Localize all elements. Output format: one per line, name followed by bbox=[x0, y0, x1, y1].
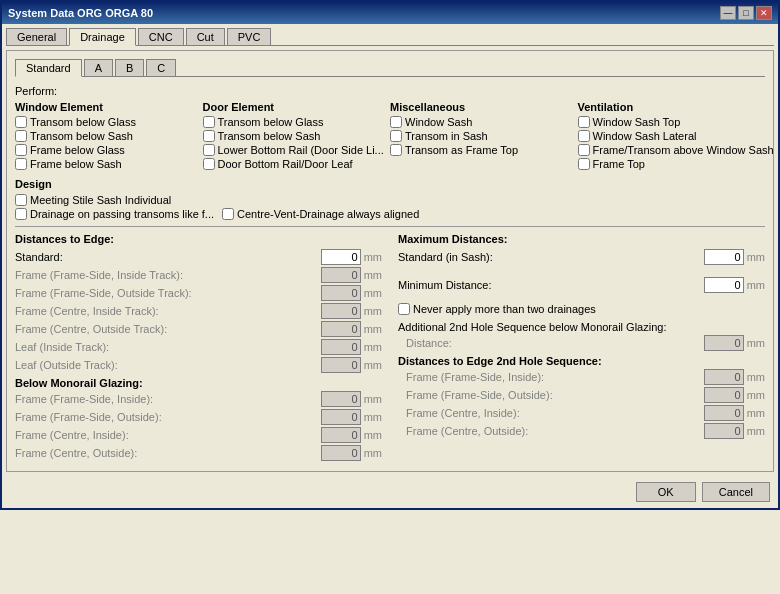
dist-label-bmg-co: Frame (Centre, Outside): bbox=[15, 447, 321, 459]
dist-label-2nd-ci: Frame (Centre, Inside): bbox=[398, 407, 704, 419]
checkbox-frame-below-glass-we[interactable]: Frame below Glass bbox=[15, 144, 203, 156]
tab-cut[interactable]: Cut bbox=[186, 28, 225, 45]
dist-input-frame-c-it[interactable] bbox=[321, 303, 361, 319]
dist-input-standard[interactable] bbox=[321, 249, 361, 265]
subtab-b[interactable]: B bbox=[115, 59, 144, 76]
subtab-a[interactable]: A bbox=[84, 59, 113, 76]
dist-label-leaf-ot: Leaf (Outside Track): bbox=[15, 359, 321, 371]
subtab-standard[interactable]: Standard bbox=[15, 59, 82, 77]
dist-input-frame-c-ot[interactable] bbox=[321, 321, 361, 337]
checkbox-transom-below-sash-de[interactable]: Transom below Sash bbox=[203, 130, 391, 142]
dist-input-bmg-ci[interactable] bbox=[321, 427, 361, 443]
checkbox-drainage-passing[interactable]: Drainage on passing transoms like f... bbox=[15, 208, 214, 220]
ok-button[interactable]: OK bbox=[636, 482, 696, 502]
below-monorail-label: Below Monorail Glazing: bbox=[15, 377, 382, 389]
checkbox-transom-in-sash[interactable]: Transom in Sash bbox=[390, 130, 578, 142]
tab-cnc[interactable]: CNC bbox=[138, 28, 184, 45]
dist-input-max-standard[interactable] bbox=[704, 249, 744, 265]
checkbox-window-sash-top[interactable]: Window Sash Top bbox=[578, 116, 766, 128]
checkbox-input-centre-vent[interactable] bbox=[222, 208, 234, 220]
dist-input-bmg-co[interactable] bbox=[321, 445, 361, 461]
checkbox-window-sash[interactable]: Window Sash bbox=[390, 116, 578, 128]
dialog-window: System Data ORG ORGA 80 — □ ✕ General Dr… bbox=[0, 0, 780, 510]
miscellaneous-section: Miscellaneous Window Sash Transom in Sas… bbox=[390, 101, 578, 172]
dist-row-2nd-distance: Distance: mm bbox=[398, 335, 765, 351]
dist-row-frame-fs-it: Frame (Frame-Side, Inside Track): mm bbox=[15, 267, 382, 283]
checkbox-input-window-sash-lateral[interactable] bbox=[578, 130, 590, 142]
distances-to-edge-header: Distances to Edge: bbox=[15, 233, 382, 245]
checkbox-frame-below-sash-we[interactable]: Frame below Sash bbox=[15, 158, 203, 170]
checkbox-input-window-sash-top[interactable] bbox=[578, 116, 590, 128]
dist-input-min-dist[interactable] bbox=[704, 277, 744, 293]
checkbox-meeting-stile[interactable]: Meeting Stile Sash Individual bbox=[15, 194, 765, 206]
checkbox-input-transom-in-sash[interactable] bbox=[390, 130, 402, 142]
checkbox-centre-vent[interactable]: Centre-Vent-Drainage always aligned bbox=[222, 208, 419, 220]
dist-row-max-standard: Standard (in Sash): mm bbox=[398, 249, 765, 265]
checkbox-input-meeting-stile[interactable] bbox=[15, 194, 27, 206]
checkbox-input-frame-top[interactable] bbox=[578, 158, 590, 170]
checkbox-input-frame-below-sash-we[interactable] bbox=[15, 158, 27, 170]
dist-input-2nd-ci[interactable] bbox=[704, 405, 744, 421]
checkbox-input-frame-transom-above[interactable] bbox=[578, 144, 590, 156]
title-bar: System Data ORG ORGA 80 — □ ✕ bbox=[2, 2, 778, 24]
dist-unit-frame-fs-it: mm bbox=[364, 269, 382, 281]
dist-row-bmg-fso: Frame (Frame-Side, Outside): mm bbox=[15, 409, 382, 425]
checkbox-input-drainage-passing[interactable] bbox=[15, 208, 27, 220]
miscellaneous-header: Miscellaneous bbox=[390, 101, 578, 113]
dist-row-standard: Standard: mm bbox=[15, 249, 382, 265]
checkbox-never-apply[interactable]: Never apply more than two drainages bbox=[398, 303, 765, 315]
checkbox-transom-below-glass-de[interactable]: Transom below Glass bbox=[203, 116, 391, 128]
checkbox-input-transom-below-sash-we[interactable] bbox=[15, 130, 27, 142]
checkbox-frame-top[interactable]: Frame Top bbox=[578, 158, 766, 170]
checkbox-input-frame-below-glass-we[interactable] bbox=[15, 144, 27, 156]
main-tabs: General Drainage CNC Cut PVC bbox=[6, 28, 774, 46]
checkbox-label-centre-vent: Centre-Vent-Drainage always aligned bbox=[237, 208, 419, 220]
dist-input-frame-fs-ot[interactable] bbox=[321, 285, 361, 301]
checkbox-input-transom-as-frame-top[interactable] bbox=[390, 144, 402, 156]
dist-label-frame-c-ot: Frame (Centre, Outside Track): bbox=[15, 323, 321, 335]
checkbox-transom-below-glass-we[interactable]: Transom below Glass bbox=[15, 116, 203, 128]
tab-general[interactable]: General bbox=[6, 28, 67, 45]
checkbox-door-bottom-rail[interactable]: Door Bottom Rail/Door Leaf bbox=[203, 158, 391, 170]
dist-row-bmg-co: Frame (Centre, Outside): mm bbox=[15, 445, 382, 461]
footer: OK Cancel bbox=[2, 476, 778, 508]
checkbox-label-transom-in-sash: Transom in Sash bbox=[405, 130, 488, 142]
checkbox-input-transom-below-sash-de[interactable] bbox=[203, 130, 215, 142]
checkbox-transom-below-sash-we[interactable]: Transom below Sash bbox=[15, 130, 203, 142]
checkbox-frame-transom-above[interactable]: Frame/Transom above Window Sash bbox=[578, 144, 766, 156]
checkbox-label-transom-as-frame-top: Transom as Frame Top bbox=[405, 144, 518, 156]
checkbox-input-door-bottom-rail[interactable] bbox=[203, 158, 215, 170]
dist-input-bmg-fsi[interactable] bbox=[321, 391, 361, 407]
minimize-button[interactable]: — bbox=[720, 6, 736, 20]
checkbox-input-never-apply[interactable] bbox=[398, 303, 410, 315]
tab-drainage[interactable]: Drainage bbox=[69, 28, 136, 46]
dist-input-2nd-fso[interactable] bbox=[704, 387, 744, 403]
dist-input-2nd-fsi[interactable] bbox=[704, 369, 744, 385]
dist-input-frame-fs-it[interactable] bbox=[321, 267, 361, 283]
cancel-button[interactable]: Cancel bbox=[702, 482, 770, 502]
checkbox-input-lower-bottom-rail[interactable] bbox=[203, 144, 215, 156]
dist-input-2nd-distance[interactable] bbox=[704, 335, 744, 351]
checkbox-lower-bottom-rail[interactable]: Lower Bottom Rail (Door Side Li... bbox=[203, 144, 391, 156]
dist-input-leaf-it[interactable] bbox=[321, 339, 361, 355]
dist-label-2nd-distance: Distance: bbox=[398, 337, 704, 349]
checkbox-input-transom-below-glass-de[interactable] bbox=[203, 116, 215, 128]
close-button[interactable]: ✕ bbox=[756, 6, 772, 20]
checkbox-transom-as-frame-top[interactable]: Transom as Frame Top bbox=[390, 144, 578, 156]
checkbox-input-transom-below-glass-we[interactable] bbox=[15, 116, 27, 128]
checkbox-label-meeting-stile: Meeting Stile Sash Individual bbox=[30, 194, 171, 206]
tab-pvc[interactable]: PVC bbox=[227, 28, 272, 45]
dist-unit-2nd-fsi: mm bbox=[747, 371, 765, 383]
checkbox-label-transom-below-glass-de: Transom below Glass bbox=[218, 116, 324, 128]
dist-input-leaf-ot[interactable] bbox=[321, 357, 361, 373]
dist-row-bmg-ci: Frame (Centre, Inside): mm bbox=[15, 427, 382, 443]
dist-unit-standard: mm bbox=[364, 251, 382, 263]
dist-input-bmg-fso[interactable] bbox=[321, 409, 361, 425]
subtab-c[interactable]: C bbox=[146, 59, 176, 76]
checkbox-window-sash-lateral[interactable]: Window Sash Lateral bbox=[578, 130, 766, 142]
maximize-button[interactable]: □ bbox=[738, 6, 754, 20]
door-element-header: Door Element bbox=[203, 101, 391, 113]
dist-label-frame-fs-ot: Frame (Frame-Side, Outside Track): bbox=[15, 287, 321, 299]
checkbox-input-window-sash[interactable] bbox=[390, 116, 402, 128]
dist-input-2nd-co[interactable] bbox=[704, 423, 744, 439]
